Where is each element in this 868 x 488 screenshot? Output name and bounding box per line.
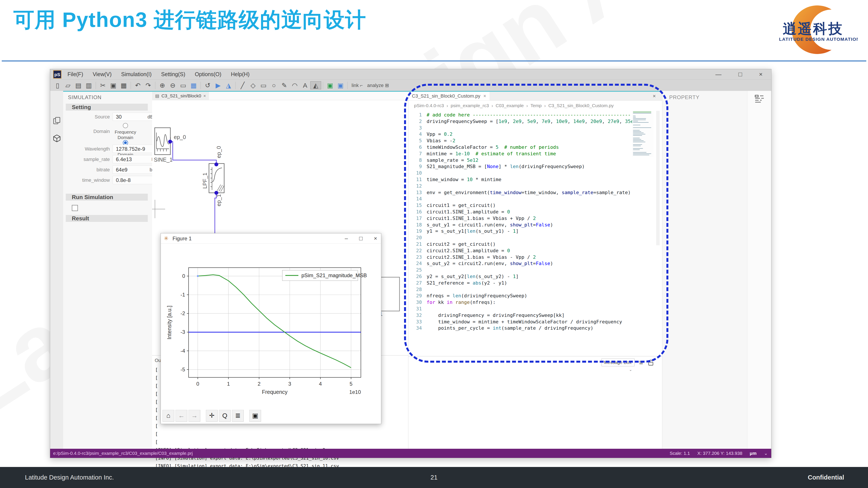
run-option-checkbox[interactable] [72,205,78,211]
code-token: len [510,164,519,169]
status-unit-chevron-icon[interactable]: ⌄ [764,451,768,456]
print-icon[interactable]: ▥ [84,82,94,89]
code-token: S21_magnitude_MSB = [ [427,164,487,169]
menu-view[interactable]: View(V) [93,71,112,77]
breadcrumb-item[interactable]: pSim-0.4.0-rc3 [414,103,444,108]
tab-close-icon[interactable]: × [203,94,206,98]
flip-icon[interactable]: ◮ [223,82,234,89]
code-listing[interactable]: 1# add code here -----------------------… [408,112,654,331]
draw-arc-icon[interactable]: ◠ [289,82,300,89]
breadcrumb-item[interactable]: Temp [531,103,541,108]
mpl-forward-icon[interactable]: → [189,410,200,422]
mpl-home-icon[interactable]: ⌂ [162,410,174,422]
code-token: 10e9 [556,119,567,124]
open-file-icon[interactable]: ▱ [63,82,73,89]
breadcrumb-item[interactable]: psim_example_rc3 [451,103,489,108]
undo-icon[interactable]: ↶ [132,82,143,89]
breadcrumb-item[interactable]: C03_example [496,103,524,108]
code-token: # number of periods [498,144,559,150]
frame-blue-icon[interactable]: ▣ [335,82,346,89]
minimap-row [633,125,640,125]
message-box-dropdown[interactable]: Message Box ⌄ [601,359,634,366]
tab-schematic[interactable]: ▤ C3_S21_sin/Block0 × [152,92,209,100]
redo-icon[interactable]: ↷ [143,82,153,89]
lock-icon[interactable] [648,359,654,366]
select-cursor-icon[interactable]: ◭ [310,82,321,89]
new-file-icon[interactable]: ▯ [52,82,63,89]
radio-icon[interactable] [123,123,128,128]
code-token: ) [550,261,553,266]
frame-green-icon[interactable]: ▣ [325,82,335,89]
save-icon[interactable]: ▤ [73,82,84,89]
tab-python-file-label: C3_S21_sin_Block0_Custom.py [412,93,480,99]
section-result[interactable]: Result [66,215,148,222]
figure-maximize-button[interactable]: □ [359,235,363,242]
code-text: env = get_environment(time_window=time_w… [427,189,630,196]
menu-simulation[interactable]: Simulation(I) [121,71,152,77]
clear-log-icon[interactable]: ≣ [639,359,643,365]
code-line: 20 [408,234,654,241]
status-bar: e:/pSim-0.4.0-rc3/psim_example_rc3/C03_e… [50,449,771,458]
tab-python-close-icon[interactable]: × [484,93,486,99]
zoom-region-icon[interactable]: ▭ [178,82,188,89]
menu-help[interactable]: Help(H) [231,71,250,77]
pages-icon[interactable] [53,117,61,125]
section-setting[interactable]: Setting [66,104,148,110]
code-token: points_per_cycle = [427,325,493,331]
footer-confidential: Confidential [808,474,844,481]
figure-minimize-button[interactable]: – [345,235,348,242]
run-icon[interactable]: ▶ [213,82,223,89]
toolbar-separator [347,82,348,89]
figure-title-bar[interactable]: ✳ Figure 1 –□× [161,233,381,243]
draw-rect-icon[interactable]: ▭ [258,82,269,89]
menu-options[interactable]: Options(O) [195,71,221,77]
draw-ellipse-icon[interactable]: ○ [269,82,279,89]
cut-icon[interactable]: ✂ [98,82,108,89]
menu-file[interactable]: File(F) [67,71,83,77]
code-text: nfreqs = len(drivingFrequencySweep) [427,293,527,299]
analyze-tool-label[interactable]: analyze ⊞ [367,83,389,88]
draw-text-icon[interactable]: A [300,82,310,89]
mpl-pan-icon[interactable]: ✛ [206,410,218,422]
field-value: 64e9 [116,167,127,173]
minimize-button[interactable]: — [715,71,721,78]
component-cube-icon[interactable] [53,134,61,142]
mpl-back-icon[interactable]: ← [176,410,187,422]
tab-python-file[interactable]: C3_S21_sin_Block0_Custom.py × [408,92,490,100]
line-number: 19 [408,228,422,234]
breadcrumb-item[interactable]: C3_S21_sin_Block0_Custom.py [548,103,614,108]
minimap-row [633,122,649,123]
field-value: 1278.752e-9 [116,146,145,152]
code-token: Vpp = [427,131,444,137]
section-run-simulation[interactable]: Run Simulation [66,194,148,201]
mpl-zoom-icon[interactable]: Q [219,410,231,422]
figure-close-button[interactable]: × [374,235,377,242]
rotate-icon[interactable]: ↺ [203,82,213,89]
minimap-row [633,118,646,119]
editor-minimap[interactable] [632,111,654,157]
menu-setting[interactable]: Setting(S) [161,71,185,77]
link-tool-label[interactable]: link ⌐ [351,83,363,88]
maximize-button[interactable]: □ [739,71,742,78]
paste-icon[interactable]: ▦ [119,82,129,89]
code-token: , [507,119,513,124]
status-unit[interactable]: μm [750,451,757,456]
copy-icon[interactable]: ▣ [108,82,119,89]
zoom-in-icon[interactable]: ⊕ [157,82,167,89]
editor-panel-close-icon[interactable]: × [653,93,656,99]
radio-option[interactable]: Frequency Domain [113,123,138,140]
code-text: time_window = 10 * mintime [427,176,501,183]
mpl-configure-icon[interactable]: ≣ [232,410,244,422]
line-number: 8 [408,157,422,164]
draw-polygon-icon[interactable]: ◇ [248,82,258,89]
property-list-icon[interactable] [755,95,764,103]
close-button[interactable]: × [759,71,763,78]
editor-scrollbar[interactable] [656,111,660,245]
fit-view-icon[interactable]: ▦ [188,82,199,89]
code-text: mintime = 1e-10 # estimate of transient … [427,151,556,157]
mpl-save-icon[interactable]: ▣ [249,410,261,422]
draw-pin-icon[interactable]: ✎ [279,82,289,89]
zoom-out-icon[interactable]: ⊖ [167,82,178,89]
draw-line-icon[interactable]: ╱ [238,82,248,89]
toolbar-separator [96,82,96,89]
